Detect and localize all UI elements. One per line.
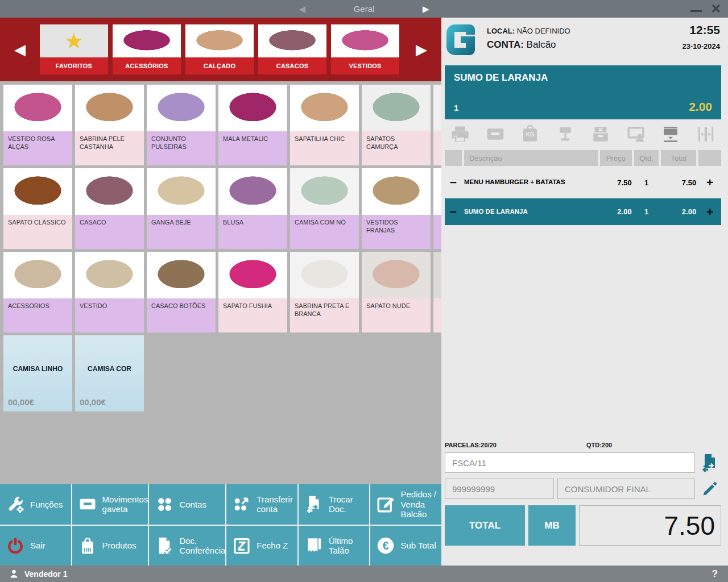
- receipt-line-item[interactable]: −MENU HAMBURGER + BATATAS7.5017.50+: [445, 168, 721, 197]
- product-photo: [290, 252, 359, 298]
- customer-name-field[interactable]: CONSUMIDOR FINAL: [557, 479, 695, 499]
- product-card[interactable]: ACESSORIOS: [3, 252, 72, 332]
- product-card[interactable]: SABRINA PRETA E BRANCA: [290, 252, 359, 332]
- split-view-icon[interactable]: [694, 123, 718, 145]
- current-item-name: SUMO DE LARANJA: [454, 72, 548, 84]
- minimize-icon[interactable]: [690, 10, 702, 12]
- categories-prev-icon[interactable]: ◀: [0, 41, 40, 59]
- receipt-table-rows: −MENU HAMBURGER + BATATAS7.5017.50+−SUMO…: [445, 168, 721, 225]
- col-header-total: Total: [661, 150, 696, 166]
- line-price: 7.50: [600, 178, 632, 187]
- monitor-user-icon[interactable]: [624, 123, 648, 145]
- categories-next-icon[interactable]: ▶: [402, 41, 441, 59]
- product-name: SABRINA PELE CASTANHA: [75, 131, 144, 165]
- col-header-preo: Preço: [600, 150, 632, 166]
- product-photo: [433, 85, 441, 131]
- close-icon[interactable]: ✕: [711, 3, 721, 15]
- product-card[interactable]: [433, 252, 441, 332]
- fn-button-produtos[interactable]: Produtos: [72, 526, 148, 566]
- svg-text:KG: KG: [526, 131, 535, 138]
- product-name: CASACO BOTÕES: [147, 298, 216, 332]
- screen-next-icon[interactable]: ▶: [423, 5, 429, 13]
- category-card-acess-rios[interactable]: ACESSÓRIOS: [113, 24, 181, 74]
- product-card[interactable]: VESTIDO: [75, 252, 144, 332]
- category-label: VESTIDOS: [331, 57, 399, 74]
- fn-button-sub-total[interactable]: €Sub Total: [370, 526, 441, 566]
- product-card[interactable]: CASACO BOTÕES: [147, 252, 216, 332]
- pencil-icon: [701, 480, 718, 497]
- fn-button-sair[interactable]: Sair: [0, 526, 71, 566]
- increase-qty-button[interactable]: +: [698, 205, 721, 219]
- printer-icon[interactable]: [448, 123, 472, 145]
- product-card[interactable]: VESTIDO ROSA ALÇAS: [3, 85, 72, 165]
- vendor-name: Vendedor 1: [24, 569, 67, 579]
- category-card-cal-ado[interactable]: CALÇADO: [185, 24, 254, 74]
- fn-button-trocar-doc-[interactable]: Trocar Doc.: [299, 484, 370, 525]
- category-card-vestidos[interactable]: VESTIDOS: [331, 24, 399, 74]
- decrease-qty-button[interactable]: −: [445, 205, 462, 219]
- total-button[interactable]: TOTAL: [445, 505, 525, 546]
- fn-button-fun-es[interactable]: Funções: [0, 484, 71, 525]
- product-name: VESTIDO: [75, 298, 144, 332]
- product-photo: [218, 252, 287, 298]
- document-ref-field[interactable]: FSCA/11: [445, 452, 695, 473]
- category-label: ACESSÓRIOS: [113, 57, 181, 74]
- product-card[interactable]: BLUSA: [218, 168, 287, 249]
- four-dots-icon: [155, 494, 174, 514]
- drawer-icon[interactable]: [483, 123, 507, 145]
- fn-button-doc-confer-ncia[interactable]: Doc. Conferência: [149, 526, 225, 566]
- product-card[interactable]: SAPATO FUSHIA: [218, 252, 287, 332]
- pole-display-icon[interactable]: [553, 123, 577, 145]
- category-card-casacos[interactable]: CASACOS: [258, 24, 326, 74]
- fn-button-label: Trocar Doc.: [329, 494, 370, 514]
- shade-down-icon[interactable]: [659, 123, 682, 145]
- increase-qty-button[interactable]: +: [698, 176, 721, 189]
- product-card[interactable]: SAPATO CLÁSSICO: [3, 168, 72, 249]
- drawer-x-icon[interactable]: [589, 123, 613, 145]
- product-card[interactable]: SABRINA PELE CASTANHA: [75, 85, 144, 165]
- quick-product-card[interactable]: CAMISA COR00,00€: [75, 335, 144, 411]
- fn-button-fecho-z[interactable]: Fecho Z: [226, 526, 297, 566]
- product-card[interactable]: [433, 85, 441, 165]
- category-card-favoritos[interactable]: ★FAVORITOS: [40, 24, 108, 74]
- fn-button-label: Doc. Conferência: [179, 536, 225, 556]
- customer-nif-field[interactable]: 999999999: [445, 479, 554, 499]
- line-qty: 1: [634, 207, 659, 216]
- product-name: CAMISA LINHO: [3, 365, 72, 373]
- change-document-button[interactable]: [698, 452, 721, 473]
- edit-customer-button[interactable]: [698, 479, 721, 499]
- fn-button-label: Último Talão: [329, 536, 370, 556]
- product-card[interactable]: GANGA BEJE: [147, 168, 216, 249]
- product-card[interactable]: CONJUNTO PULSEIRAS: [147, 85, 216, 165]
- product-card[interactable]: SAPATO NUDE: [362, 252, 431, 332]
- screen-prev-icon[interactable]: ◀: [299, 5, 305, 13]
- product-card[interactable]: [433, 168, 441, 249]
- product-card[interactable]: SAPATILHA CHIC: [290, 85, 359, 165]
- fn-button-movimentos-gaveta[interactable]: Movimentos gaveta: [72, 484, 148, 525]
- product-card[interactable]: CASACO: [75, 168, 144, 249]
- help-button[interactable]: ?: [712, 568, 718, 580]
- product-card[interactable]: SAPATOS CAMURÇA: [362, 85, 431, 165]
- receipt-line-item[interactable]: −SUMO DE LARANJA2.0012.00+: [445, 198, 721, 225]
- product-photo: [75, 168, 144, 215]
- fn-button-pedidos-venda-balc-o[interactable]: Pedidos / Venda Balcão: [370, 484, 441, 525]
- product-name: MALA METALIC: [218, 131, 287, 165]
- wrench-gear-icon: [6, 494, 25, 514]
- quick-product-card[interactable]: CAMISA LINHO00,00€: [3, 335, 72, 411]
- user-icon: [9, 569, 19, 579]
- scale-kg-icon[interactable]: KG: [518, 123, 542, 145]
- product-card[interactable]: MALA METALIC: [218, 85, 287, 165]
- fn-button--ltimo-tal-o[interactable]: Último Talão: [299, 526, 370, 566]
- receipt-header: LOCAL: NÃO DEFINIDO CONTA: Balcão 12:55 …: [445, 18, 721, 65]
- doc-swap-icon: [304, 494, 324, 514]
- product-card[interactable]: CAMISA COM NÓ: [290, 168, 359, 249]
- conta-value: Balcão: [527, 39, 556, 50]
- decrease-qty-button[interactable]: −: [445, 176, 462, 189]
- mb-button[interactable]: MB: [528, 505, 576, 546]
- fn-button-transferir-conta[interactable]: Transferir conta: [226, 484, 297, 525]
- product-photo: [433, 252, 441, 298]
- product-name: SAPATILHA CHIC: [290, 131, 359, 165]
- product-photo: [290, 168, 359, 215]
- product-card[interactable]: VESTIDOS FRANJAS: [362, 168, 431, 249]
- fn-button-contas[interactable]: Contas: [149, 484, 225, 525]
